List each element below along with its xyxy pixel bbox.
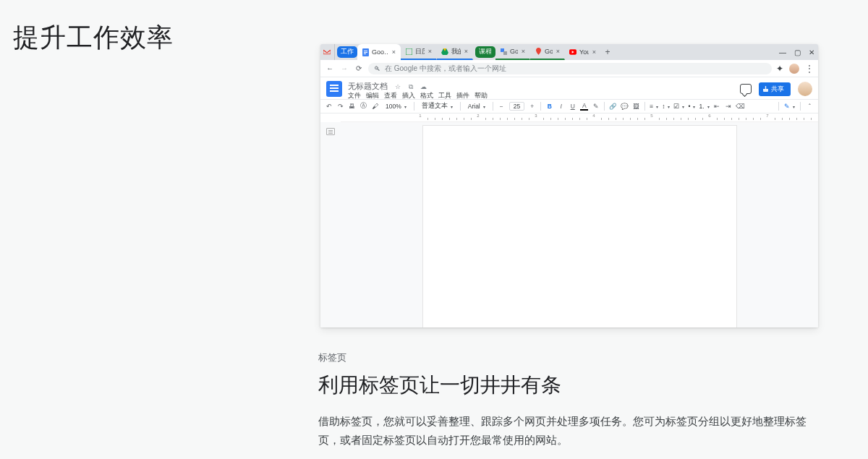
section-description: 借助标签页，您就可以妥善整理、跟踪多个网页并处理多项任务。您可为标签页分组以更好… — [318, 412, 825, 450]
menu-view[interactable]: 查看 — [384, 92, 397, 99]
section-subheadline: 利用标签页让一切井井有条 — [318, 372, 825, 399]
svg-rect-1 — [364, 51, 367, 51]
paragraph-style-dropdown[interactable]: 普通文本 — [419, 102, 456, 111]
horizontal-ruler[interactable]: 1234567 — [341, 113, 818, 122]
ruler-number: 1 — [419, 113, 421, 118]
tab-calendar[interactable]: 日历 × — [401, 44, 437, 60]
menu-tools[interactable]: 工具 — [438, 92, 451, 99]
font-size-increase[interactable]: + — [528, 103, 536, 111]
font-family-dropdown[interactable]: Arial — [465, 103, 488, 110]
docs-menubar: 文件 编辑 查看 插入 格式 工具 插件 帮助 — [348, 92, 488, 99]
ruler-number: 2 — [477, 113, 479, 118]
paint-format-button[interactable]: 🖌 — [371, 103, 379, 111]
menu-format[interactable]: 格式 — [420, 92, 433, 99]
google-docs-app: 无标题文档 ☆ ⧉ ☁ 文件 编辑 查看 插入 格式 工具 插件 帮助 — [320, 77, 818, 327]
highlight-button[interactable]: ✎ — [592, 103, 600, 111]
document-title[interactable]: 无标题文档 — [348, 82, 388, 90]
document-outline-icon[interactable] — [326, 128, 335, 135]
editing-mode-dropdown[interactable]: ✎ — [784, 103, 795, 110]
tab-translate-label: Go… — [510, 48, 518, 55]
browser-menu-icon[interactable]: ⋮ — [805, 64, 814, 74]
tab-close-icon[interactable]: × — [556, 48, 560, 55]
page-headline: 提升工作效率 — [13, 20, 174, 56]
window-close-button[interactable]: ✕ — [808, 48, 815, 56]
tab-close-icon[interactable]: × — [428, 48, 432, 55]
svg-rect-2 — [364, 52, 367, 53]
tab-close-icon[interactable]: × — [464, 48, 468, 55]
line-spacing-dropdown[interactable]: ↕ — [662, 103, 670, 110]
document-page[interactable] — [422, 125, 737, 327]
docs-header: 无标题文档 ☆ ⧉ ☁ 文件 编辑 查看 插入 格式 工具 插件 帮助 — [320, 77, 818, 99]
zoom-dropdown[interactable]: 100% — [383, 103, 409, 110]
docs-logo-icon[interactable] — [326, 81, 342, 97]
ruler-number: 6 — [708, 113, 710, 118]
section-eyebrow: 标签页 — [318, 351, 825, 364]
omnibox[interactable]: 🔍︎ 在 Google 中搜索，或者输入一个网址 — [368, 63, 772, 74]
nav-forward-button[interactable]: → — [339, 64, 349, 72]
ruler-number: 7 — [766, 113, 768, 118]
menu-help[interactable]: 帮助 — [475, 92, 488, 99]
align-dropdown[interactable]: ≡ — [650, 103, 658, 110]
drive-icon — [441, 48, 448, 55]
profile-avatar[interactable] — [789, 64, 799, 74]
svg-rect-4 — [406, 48, 412, 55]
search-icon: 🔍︎ — [374, 65, 380, 72]
document-canvas — [320, 122, 818, 327]
insert-link-button[interactable]: 🔗 — [609, 103, 617, 111]
tab-docs[interactable]: Goo… × — [357, 44, 401, 60]
share-button[interactable]: 共享 — [759, 82, 791, 96]
toolbar-collapse-icon[interactable]: ˆ — [806, 103, 814, 111]
window-minimize-button[interactable]: — — [779, 48, 786, 56]
tab-close-icon[interactable]: × — [392, 48, 396, 56]
docs-toolbar: ↶ ↷ 🖶 Ⓐ 🖌 100% 普通文本 Arial − 25 + B I U A… — [320, 99, 818, 113]
ruler-number: 4 — [592, 113, 595, 118]
svg-rect-8 — [503, 51, 507, 55]
account-avatar[interactable] — [798, 82, 812, 96]
clear-formatting-button[interactable]: ⌫ — [736, 103, 744, 111]
menu-addons[interactable]: 插件 — [456, 92, 469, 99]
star-icon[interactable]: ☆ — [395, 83, 401, 90]
docs-favicon — [362, 48, 369, 56]
underline-button[interactable]: U — [569, 103, 576, 111]
numbered-list-button[interactable]: 1. — [699, 103, 709, 110]
bold-button[interactable]: B — [545, 103, 553, 111]
comment-history-icon[interactable] — [740, 84, 752, 94]
menu-insert[interactable]: 插入 — [402, 92, 415, 99]
nav-back-button[interactable]: ← — [325, 64, 335, 72]
gmail-icon — [323, 48, 331, 56]
browser-window: 工作 Goo… × 日历 × 我的… × — [320, 44, 818, 327]
tab-translate[interactable]: Go… × — [495, 44, 530, 60]
tab-close-icon[interactable]: × — [592, 48, 596, 56]
tab-youtube[interactable]: You… × — [565, 44, 601, 60]
redo-button[interactable]: ↷ — [336, 103, 344, 111]
tab-drive[interactable]: 我的… × — [437, 44, 473, 60]
menu-edit[interactable]: 编辑 — [366, 92, 379, 99]
text-color-button[interactable]: A — [580, 103, 588, 111]
tab-gmail[interactable] — [320, 44, 334, 60]
indent-increase-button[interactable]: ⇥ — [725, 103, 733, 111]
window-maximize-button[interactable]: ▢ — [793, 48, 801, 56]
menu-file[interactable]: 文件 — [348, 92, 361, 99]
undo-button[interactable]: ↶ — [325, 103, 333, 111]
insert-image-button[interactable]: 🖼 — [632, 103, 640, 111]
svg-rect-3 — [364, 53, 366, 54]
spellcheck-button[interactable]: Ⓐ — [359, 103, 367, 111]
move-folder-icon[interactable]: ⧉ — [409, 83, 413, 90]
print-button[interactable]: 🖶 — [348, 103, 356, 111]
tab-maps[interactable]: Go… × — [530, 44, 565, 60]
ruler-number: 3 — [535, 113, 537, 118]
checklist-button[interactable]: ☑ — [673, 103, 684, 110]
tab-group-course[interactable]: 课程 — [475, 46, 495, 58]
tab-close-icon[interactable]: × — [522, 48, 525, 55]
tab-group-work[interactable]: 工作 — [337, 46, 357, 58]
nav-reload-button[interactable]: ⟳ — [354, 64, 364, 72]
tab-strip: 工作 Goo… × 日历 × 我的… × — [320, 44, 818, 60]
font-size-input[interactable]: 25 — [509, 102, 524, 111]
insert-comment-button[interactable]: 💬 — [621, 103, 629, 111]
indent-decrease-button[interactable]: ⇤ — [713, 103, 721, 111]
italic-button[interactable]: I — [557, 103, 565, 111]
bulleted-list-button[interactable]: • — [688, 103, 695, 110]
extensions-icon[interactable]: ✦ — [776, 64, 783, 74]
font-size-decrease[interactable]: − — [498, 103, 506, 111]
new-tab-button[interactable]: + — [601, 44, 614, 60]
